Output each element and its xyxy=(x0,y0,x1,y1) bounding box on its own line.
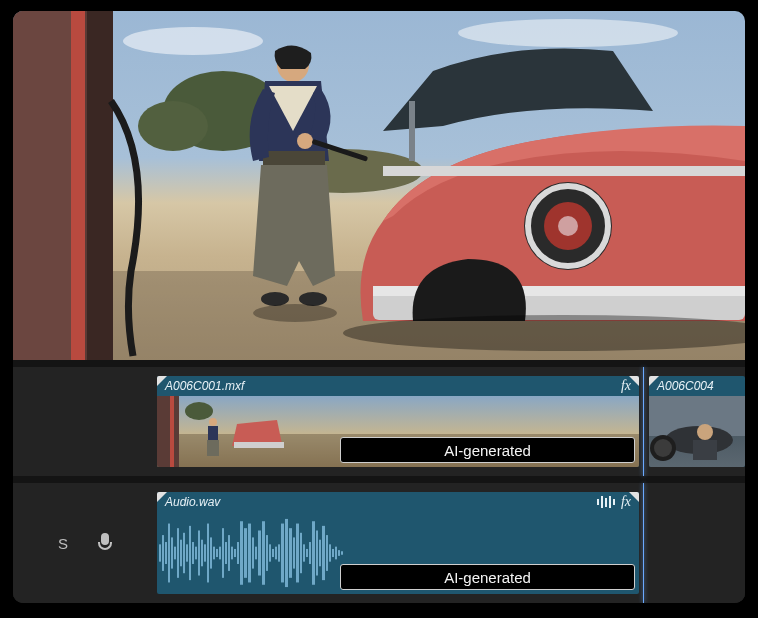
playhead[interactable] xyxy=(643,483,644,603)
audio-clip[interactable]: Audio.wav fx AI-ge xyxy=(157,492,639,594)
svg-rect-92 xyxy=(326,535,328,571)
svg-rect-63 xyxy=(228,535,230,571)
svg-rect-52 xyxy=(195,547,197,560)
svg-rect-29 xyxy=(234,442,284,448)
clip-name: A006C004 xyxy=(657,379,714,393)
svg-rect-69 xyxy=(248,524,251,583)
svg-point-23 xyxy=(261,292,289,306)
svg-rect-54 xyxy=(201,540,203,567)
svg-rect-50 xyxy=(189,526,191,580)
svg-rect-66 xyxy=(237,542,239,564)
svg-rect-42 xyxy=(165,542,167,564)
svg-rect-76 xyxy=(272,549,274,557)
audio-track[interactable]: Audio.wav fx AI-ge xyxy=(157,483,745,603)
svg-rect-86 xyxy=(306,549,308,557)
svg-rect-45 xyxy=(174,547,176,560)
svg-rect-55 xyxy=(204,544,206,561)
svg-rect-73 xyxy=(262,521,265,585)
audio-track-row: S Audio.wav fx xyxy=(13,483,745,603)
svg-rect-58 xyxy=(213,547,215,560)
svg-rect-84 xyxy=(300,533,302,573)
svg-rect-93 xyxy=(329,544,331,561)
clip-thumbnail xyxy=(649,396,745,467)
svg-rect-95 xyxy=(335,547,337,560)
svg-rect-67 xyxy=(240,521,243,585)
fx-badge[interactable]: fx xyxy=(621,494,631,510)
svg-rect-96 xyxy=(338,550,340,556)
svg-rect-78 xyxy=(278,544,280,561)
clip-name: Audio.wav xyxy=(165,495,220,509)
program-monitor[interactable] xyxy=(13,11,745,360)
microphone-icon[interactable] xyxy=(98,533,112,553)
svg-rect-48 xyxy=(183,533,185,573)
svg-rect-85 xyxy=(303,544,305,561)
svg-rect-57 xyxy=(210,537,212,568)
svg-rect-37 xyxy=(693,440,717,460)
svg-rect-41 xyxy=(162,535,164,571)
svg-rect-40 xyxy=(159,544,161,561)
svg-point-39 xyxy=(654,439,672,457)
video-track[interactable]: A006C001.mxf fx xyxy=(157,367,745,476)
svg-rect-77 xyxy=(275,547,277,560)
svg-point-30 xyxy=(209,418,217,426)
svg-rect-31 xyxy=(208,426,218,440)
audio-track-header[interactable]: S xyxy=(13,483,157,603)
svg-rect-47 xyxy=(180,540,182,567)
ai-generated-badge: AI-generated xyxy=(340,437,635,463)
svg-point-33 xyxy=(185,402,213,420)
svg-rect-83 xyxy=(296,524,299,583)
svg-rect-71 xyxy=(255,547,257,560)
svg-rect-68 xyxy=(244,528,247,578)
svg-rect-46 xyxy=(177,528,179,578)
svg-rect-61 xyxy=(222,528,224,578)
video-clip-a[interactable]: A006C001.mxf fx xyxy=(157,376,639,467)
svg-rect-81 xyxy=(289,528,292,578)
svg-point-21 xyxy=(297,133,313,149)
svg-rect-75 xyxy=(269,544,271,561)
svg-point-25 xyxy=(253,304,337,322)
svg-rect-70 xyxy=(252,537,254,568)
svg-rect-82 xyxy=(293,537,295,568)
svg-rect-80 xyxy=(285,519,288,587)
svg-rect-74 xyxy=(266,535,268,571)
svg-rect-72 xyxy=(258,530,261,575)
svg-rect-97 xyxy=(341,551,343,554)
svg-rect-59 xyxy=(216,549,218,557)
svg-rect-32 xyxy=(207,440,219,456)
timeline[interactable]: A006C001.mxf fx xyxy=(13,360,745,603)
svg-rect-94 xyxy=(332,549,334,557)
svg-point-15 xyxy=(558,216,578,236)
svg-point-24 xyxy=(299,292,327,306)
svg-rect-7 xyxy=(71,11,85,360)
svg-point-3 xyxy=(138,101,208,151)
svg-rect-43 xyxy=(168,524,170,583)
svg-rect-90 xyxy=(319,540,321,567)
playhead[interactable] xyxy=(643,367,644,476)
svg-rect-91 xyxy=(322,526,325,580)
solo-button[interactable]: S xyxy=(58,535,70,552)
preview-scene xyxy=(13,11,745,360)
video-track-header[interactable] xyxy=(13,367,157,476)
video-editor: A006C001.mxf fx xyxy=(13,11,745,603)
svg-rect-10 xyxy=(409,101,415,161)
svg-rect-20 xyxy=(263,151,325,165)
svg-rect-28 xyxy=(170,396,174,467)
svg-rect-11 xyxy=(383,166,745,176)
svg-rect-8 xyxy=(87,11,113,360)
svg-rect-60 xyxy=(219,547,221,560)
svg-point-1 xyxy=(458,19,678,47)
svg-rect-44 xyxy=(171,537,173,568)
fx-badge[interactable]: fx xyxy=(621,378,631,394)
svg-point-0 xyxy=(123,27,263,55)
video-clip-b[interactable]: A006C004 xyxy=(649,376,745,467)
svg-rect-51 xyxy=(192,542,194,564)
svg-rect-62 xyxy=(225,542,227,564)
svg-rect-56 xyxy=(207,524,209,583)
svg-rect-9 xyxy=(13,11,71,360)
svg-rect-64 xyxy=(231,547,233,560)
svg-point-36 xyxy=(697,424,713,440)
svg-rect-27 xyxy=(157,396,179,467)
audio-waveform-icon xyxy=(597,496,615,508)
svg-rect-53 xyxy=(198,530,200,575)
svg-rect-89 xyxy=(316,530,318,575)
